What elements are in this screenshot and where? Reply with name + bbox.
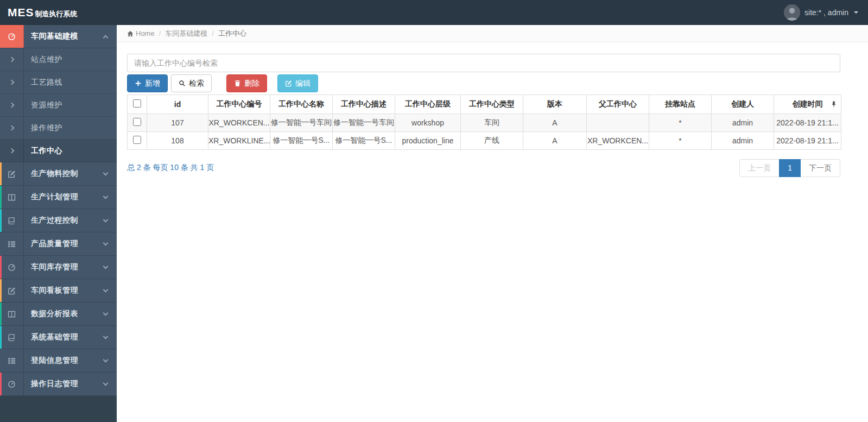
table-cell: A xyxy=(523,132,587,150)
edit-icon xyxy=(285,80,292,87)
row-checkbox[interactable] xyxy=(133,118,141,126)
sidebar-item-workshop-base-modeling[interactable]: 车间基础建模 xyxy=(0,25,117,48)
sidebar-item-label: 生产物料控制 xyxy=(24,169,104,179)
add-button[interactable]: 新增 xyxy=(127,74,168,92)
search-button-label: 检索 xyxy=(189,79,204,89)
columns-icon xyxy=(0,303,24,325)
sidebar-item-product-quality-management[interactable]: 产品质量管理 xyxy=(0,232,117,256)
book-icon xyxy=(0,326,24,349)
table-cell: XR_WORKCEN... xyxy=(208,114,270,132)
table-row[interactable]: 108XR_WORKLINE...修一智能一号S...修一智能一号S...pro… xyxy=(128,132,841,150)
sidebar-item-label: 车间看板管理 xyxy=(24,286,104,295)
edit-button-label: 编辑 xyxy=(295,79,311,89)
breadcrumb-workshop-base-modeling[interactable]: 车间基础建模 xyxy=(155,29,208,39)
column-header-label: 工作中心类型 xyxy=(469,99,515,108)
sidebar-item-workshop-kanban-management[interactable]: 车间看板管理 xyxy=(0,279,117,303)
column-header-label: id xyxy=(174,100,181,109)
breadcrumb-work-center: 工作中心 xyxy=(207,29,246,39)
table-row[interactable]: 107XR_WORKCEN...修一智能一号车间修一智能一号车间workshop… xyxy=(128,114,841,132)
breadcrumb: Home 车间基础建模 工作中心 xyxy=(117,25,868,42)
accent-strip xyxy=(0,186,2,209)
table-cell: 修一智能一号车间 xyxy=(333,114,395,132)
select-all-checkbox[interactable] xyxy=(133,99,141,108)
chevron-down-icon xyxy=(104,219,107,222)
sidebar-item-resource-maintenance[interactable]: 资源维护 xyxy=(0,94,117,117)
sidebar-item-production-material-control[interactable]: 生产物料控制 xyxy=(0,162,117,186)
column-header-label: 创建人 xyxy=(731,99,754,108)
column-header-2: 工作中心编号 xyxy=(208,95,270,114)
sidebar: 车间基础建模站点维护工艺路线资源维护操作维护工作中心生产物料控制生产计划管理生产… xyxy=(0,25,117,422)
chevron-down-icon xyxy=(104,289,107,292)
user-menu[interactable]: site:* , admin xyxy=(784,4,858,21)
accent-strip xyxy=(0,256,2,279)
pagination-bar: 总 2 条 每页 10 条 共 1 页 上一页 1 下一页 xyxy=(127,159,840,177)
row-checkbox[interactable] xyxy=(133,136,141,144)
sidebar-item-production-plan-management[interactable]: 生产计划管理 xyxy=(0,186,117,209)
search-icon xyxy=(179,80,186,87)
search-button[interactable]: 检索 xyxy=(171,74,212,92)
chevron-down-icon xyxy=(104,313,107,315)
delete-button-label: 删除 xyxy=(244,79,259,89)
chevron-right-icon xyxy=(0,117,24,139)
sidebar-item-label: 资源维护 xyxy=(24,100,117,110)
column-header-label: 工作中心名称 xyxy=(278,99,324,108)
work-center-table: id工作中心编号工作中心名称工作中心描述工作中心层级工作中心类型版本父工作中心挂… xyxy=(127,95,841,150)
accent-strip xyxy=(0,209,2,232)
chevron-right-icon xyxy=(0,48,24,71)
accent-strip xyxy=(0,373,2,395)
pin-icon xyxy=(831,101,837,108)
column-header-5: 工作中心层级 xyxy=(395,95,461,114)
table-cell: 修一智能一号车间 xyxy=(270,114,333,132)
column-header-9: 挂靠站点 xyxy=(649,95,712,114)
chevron-down-icon xyxy=(104,196,107,198)
edit-button[interactable]: 编辑 xyxy=(277,74,318,92)
sidebar-item-label: 生产过程控制 xyxy=(24,216,104,225)
search-input[interactable] xyxy=(127,54,840,72)
sidebar-item-work-center[interactable]: 工作中心 xyxy=(0,140,117,162)
sidebar-item-process-route[interactable]: 工艺路线 xyxy=(0,71,117,94)
page-1-button[interactable]: 1 xyxy=(779,159,801,177)
column-header-1: id xyxy=(147,95,208,114)
column-header-label: 创建时间 xyxy=(793,99,823,108)
table-cell: 2022-08-19 21:1... xyxy=(774,132,841,150)
sidebar-item-login-info-management[interactable]: 登陆信息管理 xyxy=(0,349,117,373)
column-header-10: 创建人 xyxy=(712,95,774,114)
plus-icon xyxy=(135,80,142,87)
chevron-down-icon xyxy=(104,383,107,385)
sidebar-item-workshop-inventory-management[interactable]: 车间库存管理 xyxy=(0,256,117,279)
table-cell: 修一智能一号S... xyxy=(270,132,333,150)
table-cell: 108 xyxy=(147,132,208,150)
sidebar-item-system-base-management[interactable]: 系统基础管理 xyxy=(0,326,117,349)
home-icon xyxy=(127,30,134,37)
column-header-label: 版本 xyxy=(547,99,562,108)
chevron-down-icon xyxy=(104,266,107,268)
sidebar-item-operation-maintenance[interactable]: 操作维护 xyxy=(0,117,117,140)
edit-icon xyxy=(0,279,24,302)
column-header-4: 工作中心描述 xyxy=(333,95,395,114)
table-cell: 修一智能一号S... xyxy=(333,132,395,150)
sidebar-item-data-analysis-report[interactable]: 数据分析报表 xyxy=(0,303,117,326)
table-cell: admin xyxy=(712,132,774,150)
user-label: site:* , admin xyxy=(804,8,848,17)
topbar: MES 制造执行系统 site:* , admin xyxy=(0,0,868,25)
sidebar-item-production-process-control[interactable]: 生产过程控制 xyxy=(0,209,117,232)
column-header-label: 工作中心描述 xyxy=(341,99,387,108)
sidebar-item-station-maintenance[interactable]: 站点维护 xyxy=(0,48,117,71)
list-icon xyxy=(0,349,24,372)
table-cell: * xyxy=(649,132,712,150)
table-cell: production_line xyxy=(395,132,461,150)
column-header-label: 挂靠站点 xyxy=(665,99,695,108)
sidebar-item-label: 操作日志管理 xyxy=(24,379,104,389)
sidebar-item-label: 登陆信息管理 xyxy=(24,356,104,366)
next-page-button[interactable]: 下一页 xyxy=(800,159,840,177)
table-cell: 2022-08-19 21:1... xyxy=(774,114,841,132)
book-icon xyxy=(0,209,24,232)
chevron-down-icon xyxy=(104,360,107,362)
table-cell: 107 xyxy=(147,114,208,132)
prev-page-button[interactable]: 上一页 xyxy=(739,159,780,177)
chevron-right-icon xyxy=(0,71,24,93)
app-logo: MES 制造执行系统 xyxy=(8,6,78,19)
sidebar-item-operation-log-management[interactable]: 操作日志管理 xyxy=(0,373,117,396)
breadcrumb-home[interactable]: Home xyxy=(136,29,155,37)
delete-button[interactable]: 删除 xyxy=(226,74,267,92)
